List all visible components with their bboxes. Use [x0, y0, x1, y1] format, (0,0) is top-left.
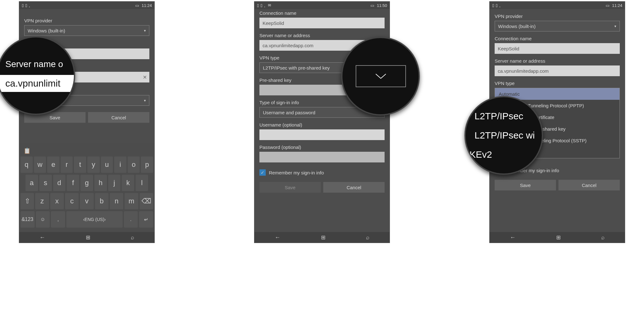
key-f[interactable]: f — [67, 175, 79, 191]
zoom-lens-vpn-type-options: L2TP/IPsec L2TP/IPsec wi KEv2 — [464, 96, 543, 175]
key-comma[interactable]: , — [51, 211, 65, 228]
connection-name-input[interactable]: KeepSolid — [495, 43, 620, 54]
key-numsym[interactable]: &123 — [20, 211, 35, 228]
sim-icon: ▯ — [496, 3, 498, 8]
key-e[interactable]: e — [47, 156, 59, 173]
zoom-option: L2TP/IPsec — [466, 111, 542, 122]
wifi-icon: ⡀ — [29, 3, 31, 8]
remember-label: Remember my sign-in info — [269, 170, 324, 175]
key-m[interactable]: m — [125, 193, 138, 209]
connection-name-label: Connection name — [495, 36, 620, 41]
server-name-label: Server name or address — [259, 33, 385, 38]
msg-icon: ✉ — [268, 3, 271, 8]
battery-icon: ▭ — [606, 3, 609, 8]
vpn-provider-select[interactable]: Windows (built-in)▾ — [495, 21, 620, 31]
sim-icon: ▯ — [260, 3, 263, 8]
status-bar: ▯ ▯ ⡀ ▭ 11:24 — [19, 2, 154, 9]
key-a[interactable]: a — [25, 175, 38, 191]
key-o[interactable]: o — [128, 156, 140, 173]
key-⇧[interactable]: ⇧ — [20, 193, 34, 209]
vpn-provider-value: Windows (built-in) — [28, 28, 65, 33]
nav-back-icon[interactable]: ← — [40, 234, 45, 241]
nav-back-icon[interactable]: ← — [510, 234, 516, 241]
key-q[interactable]: q — [20, 156, 33, 173]
key-x[interactable]: x — [50, 193, 64, 209]
vpn-type-label: VPN type — [495, 81, 620, 86]
nav-back-icon[interactable]: ← — [275, 234, 280, 241]
zoom-lens-vpn-type-chevron — [341, 37, 420, 116]
phone-screen-1: ▯ ▯ ⡀ ▭ 11:24 VPN provider Windows (buil… — [19, 1, 155, 243]
nav-search-icon[interactable]: ⌕ — [131, 234, 134, 241]
key-h[interactable]: h — [94, 175, 107, 191]
username-label: Username (optional) — [259, 122, 385, 128]
key-j[interactable]: j — [108, 175, 121, 191]
cancel-button[interactable]: Cancel — [88, 112, 149, 123]
vpn-provider-select[interactable]: Windows (built-in) ▾ — [24, 25, 149, 36]
key-dot[interactable]: . — [124, 211, 138, 228]
vpn-provider-label: VPN provider — [495, 14, 620, 19]
clock: 11:24 — [142, 3, 152, 8]
chevron-down-icon: ▾ — [144, 99, 146, 103]
clipboard-icon[interactable]: 📋 — [24, 147, 31, 154]
key-c[interactable]: c — [65, 193, 79, 209]
key-n[interactable]: n — [110, 193, 123, 209]
key-u[interactable]: u — [101, 156, 113, 173]
key-emoji[interactable]: ☺ — [36, 211, 50, 228]
wifi-icon: ⡀ — [499, 3, 502, 8]
connection-name-label: Connection name — [259, 10, 385, 16]
password-label: Password (optional) — [259, 144, 385, 150]
nav-start-icon[interactable]: ⊞ — [556, 234, 561, 241]
nav-start-icon[interactable]: ⊞ — [86, 234, 90, 241]
chevron-down-icon: ▾ — [614, 24, 616, 28]
phone-screen-2: ▯ ▯ ⡀ ✉ ▭ 11:50 Connection name KeepSoli… — [254, 1, 390, 243]
cancel-button[interactable]: Cancel — [323, 182, 385, 193]
nav-start-icon[interactable]: ⊞ — [321, 234, 325, 241]
server-address-input[interactable]: ca.vpnunlimitedapp.com — [495, 65, 620, 76]
username-input[interactable] — [259, 129, 385, 140]
key-d[interactable]: d — [53, 175, 66, 191]
vpn-provider-label: VPN provider — [24, 18, 149, 23]
clock: 11:50 — [377, 3, 387, 8]
key-y[interactable]: y — [87, 156, 100, 173]
key-v[interactable]: v — [80, 193, 93, 209]
server-name-label: Server name or address — [495, 58, 620, 64]
wifi-icon: ⡀ — [264, 3, 267, 8]
battery-icon: ▭ — [370, 3, 374, 8]
save-button[interactable]: Save — [495, 180, 556, 190]
key-g[interactable]: g — [80, 175, 93, 191]
remember-checkbox[interactable]: ✓ — [259, 169, 266, 176]
key-⌫[interactable]: ⌫ — [140, 193, 153, 209]
zoom-value: ca.vpnunlimit — [0, 75, 74, 92]
key-w[interactable]: w — [34, 156, 46, 173]
save-button[interactable]: Save — [259, 182, 321, 193]
clock: 11:24 — [612, 3, 622, 8]
key-z[interactable]: z — [35, 193, 49, 209]
on-screen-keyboard[interactable]: 📋 qwertyuiop asdfghjkl ⇧zxcvbnm⌫ &123 ☺ … — [19, 143, 154, 232]
sim-icon: ▯ — [25, 3, 27, 8]
key-space[interactable]: ‹ ENG (US) › — [66, 211, 123, 228]
key-i[interactable]: i — [114, 156, 126, 173]
sim-icon: ▯ — [257, 3, 259, 8]
sim-icon: ▯ — [22, 3, 24, 8]
connection-name-input[interactable]: KeepSolid — [259, 18, 385, 28]
key-enter[interactable]: ↵ — [139, 211, 153, 228]
phone-screen-3: ▯ ▯ ⡀ ▭ 11:24 VPN provider Windows (buil… — [489, 1, 625, 243]
key-k[interactable]: k — [122, 175, 134, 191]
key-p[interactable]: p — [141, 156, 153, 173]
nav-search-icon[interactable]: ⌕ — [366, 234, 369, 241]
nav-bar: ← ⊞ ⌕ — [19, 232, 154, 243]
zoom-option: L2TP/IPsec wi — [466, 130, 542, 141]
key-l[interactable]: l — [136, 175, 148, 191]
key-r[interactable]: r — [61, 156, 73, 173]
key-b[interactable]: b — [95, 193, 108, 209]
key-s[interactable]: s — [39, 175, 52, 191]
remember-signin-row[interactable]: ✓ Remember my sign-in info — [259, 169, 385, 176]
zoom-label: Server name o — [0, 59, 74, 69]
key-t[interactable]: t — [74, 156, 86, 173]
password-input[interactable] — [259, 152, 385, 162]
nav-search-icon[interactable]: ⌕ — [601, 234, 605, 241]
clear-icon[interactable]: ✕ — [143, 74, 147, 80]
status-icons-left: ▯ ▯ ⡀ — [22, 3, 31, 8]
cancel-button[interactable]: Cancel — [558, 180, 620, 190]
battery-icon: ▭ — [135, 3, 139, 8]
